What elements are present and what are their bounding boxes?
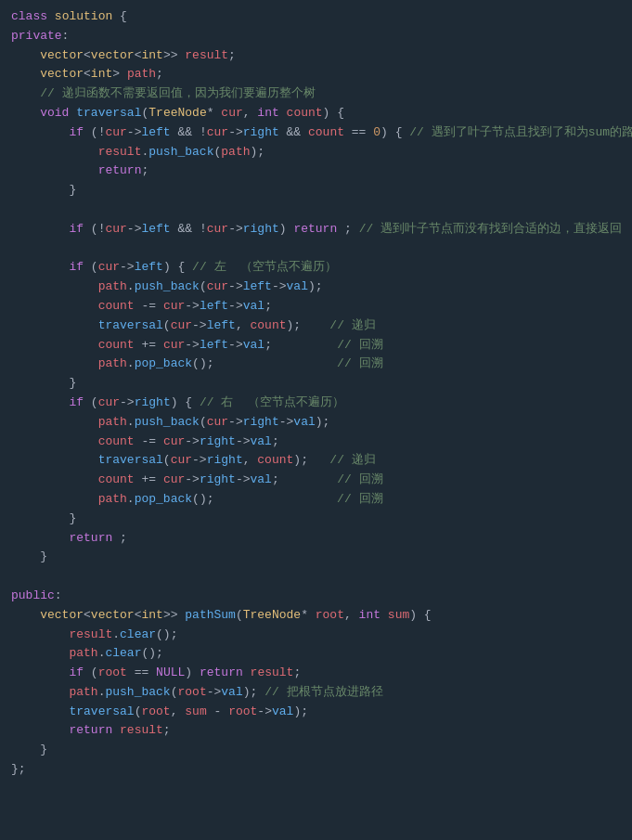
line-23: count -= cur->right->val; [0, 433, 632, 452]
line-33: result.clear(); [0, 626, 632, 645]
line-14: if (cur->left) { // 左 （空节点不遍历） [0, 258, 632, 278]
line-39: } [0, 741, 632, 760]
line-8: result.push_back(path); [0, 143, 632, 162]
line-10: } [0, 181, 632, 200]
line-28: return ; [0, 529, 632, 549]
line-30 [0, 567, 632, 587]
line-34: path.clear(); [0, 644, 632, 664]
line-24: traversal(cur->right, count); // 递归 [0, 451, 632, 471]
line-35: if (root == NULL) return result; [0, 664, 632, 683]
line-4: vector<int> path; [0, 65, 632, 84]
line-38: return result; [0, 721, 632, 741]
line-5: // 递归函数不需要返回值，因为我们要遍历整个树 [0, 84, 632, 104]
line-21: if (cur->right) { // 右 （空节点不遍历） [0, 394, 632, 413]
line-22: path.push_back(cur->right->val); [0, 413, 632, 433]
line-15: path.push_back(cur->left->val); [0, 278, 632, 297]
code-container: class solution { private: vector<vector<… [0, 0, 632, 787]
line-20: } [0, 374, 632, 394]
line-25: count += cur->right->val; // 回溯 [0, 471, 632, 490]
line-19: path.pop_back(); // 回溯 [0, 355, 632, 374]
line-18: count += cur->left->val; // 回溯 [0, 336, 632, 355]
line-3: vector<vector<int>> result; [0, 46, 632, 66]
line-16: count -= cur->left->val; [0, 297, 632, 317]
line-2: private: [0, 27, 632, 46]
line-11 [0, 200, 632, 220]
line-36: path.push_back(root->val); // 把根节点放进路径 [0, 683, 632, 703]
line-29: } [0, 548, 632, 567]
line-17: traversal(cur->left, count); // 递归 [0, 317, 632, 336]
line-26: path.pop_back(); // 回溯 [0, 490, 632, 510]
line-1: class solution { [0, 7, 632, 27]
line-7: if (!cur->left && !cur->right && count =… [0, 123, 632, 143]
line-32: vector<vector<int>> pathSum(TreeNode* ro… [0, 606, 632, 626]
line-13 [0, 239, 632, 259]
line-9: return; [0, 162, 632, 181]
line-27: } [0, 510, 632, 529]
line-40: }; [0, 760, 632, 780]
line-37: traversal(root, sum - root->val); [0, 703, 632, 722]
line-31: public: [0, 587, 632, 606]
line-12: if (!cur->left && !cur->right) return ; … [0, 220, 632, 239]
line-6: void traversal(TreeNode* cur, int count)… [0, 104, 632, 123]
